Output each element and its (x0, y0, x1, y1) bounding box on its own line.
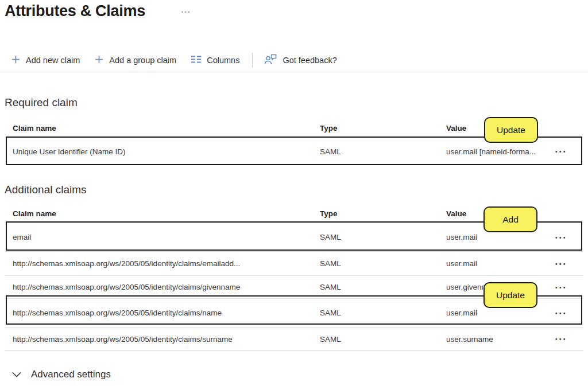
ellipsis-icon: ••• (555, 261, 567, 267)
row-menu-button[interactable]: ••• (555, 148, 583, 155)
claim-type-cell: SAML (320, 259, 446, 268)
claim-type-cell: SAML (320, 335, 446, 344)
ellipsis-icon: ••• (555, 149, 567, 155)
column-header-type[interactable]: Type (320, 209, 446, 218)
add-group-claim-button[interactable]: Add a group claim (95, 55, 176, 65)
claim-type-cell: SAML (320, 233, 446, 241)
add-new-claim-label: Add new claim (26, 56, 80, 65)
column-header-claim-name[interactable]: Claim name (5, 124, 320, 132)
column-header-claim-name[interactable]: Claim name (5, 209, 320, 218)
column-header-value[interactable]: Value (446, 124, 555, 132)
row-menu-button[interactable]: ••• (555, 260, 583, 267)
required-claims-table: Claim name Type Value Unique User Identi… (5, 118, 583, 165)
advanced-settings-label: Advanced settings (31, 369, 111, 380)
claim-value-cell: user.mail (446, 233, 555, 241)
add-new-claim-button[interactable]: Add new claim (11, 55, 80, 65)
claim-name-cell[interactable]: http://schemas.xmlsoap.org/ws/2005/05/id… (5, 283, 320, 291)
table-row-email[interactable]: email SAML user.mail ••• (5, 223, 583, 252)
claim-value-cell: user.mail (446, 259, 555, 268)
table-row-surname[interactable]: http://schemas.xmlsoap.org/ws/2005/05/id… (5, 327, 583, 351)
claim-value-cell: user.mail (446, 309, 555, 317)
ellipsis-icon: ••• (555, 310, 567, 317)
add-group-claim-label: Add a group claim (109, 56, 176, 65)
claim-type-cell: SAML (320, 309, 446, 317)
claim-name-cell[interactable]: http://schemas.xmlsoap.org/ws/2005/05/id… (5, 335, 320, 344)
ellipsis-icon: ••• (555, 336, 567, 342)
row-menu-button[interactable]: ••• (555, 310, 583, 317)
toolbar-divider (252, 53, 253, 68)
claim-name-cell[interactable]: email (5, 233, 320, 241)
claim-name-cell[interactable]: Unique User Identifier (Name ID) (5, 147, 320, 156)
claim-value-cell: user.surname (446, 335, 555, 344)
command-bar: Add new claim Add a group claim Columns (0, 48, 588, 72)
advanced-settings-expander[interactable]: Advanced settings (12, 369, 111, 380)
claim-value-cell: user.givenname (446, 283, 555, 291)
feedback-person-icon (264, 54, 277, 67)
required-claim-heading: Required claim (5, 96, 78, 109)
row-menu-button[interactable]: ••• (555, 284, 583, 291)
table-row-emailaddress[interactable]: http://schemas.xmlsoap.org/ws/2005/05/id… (5, 252, 583, 276)
title-more-icon[interactable]: ••• (181, 9, 191, 14)
additional-claims-table: Claim name Type Value email SAML user.ma… (5, 204, 583, 351)
claim-name-cell[interactable]: http://schemas.xmlsoap.org/ws/2005/05/id… (5, 259, 320, 268)
additional-claims-heading: Additional claims (5, 184, 87, 196)
claim-name-cell[interactable]: http://schemas.xmlsoap.org/ws/2005/05/id… (5, 309, 320, 317)
row-menu-button[interactable]: ••• (555, 234, 583, 241)
columns-label: Columns (207, 56, 239, 65)
columns-icon (191, 56, 201, 65)
plus-icon (95, 55, 103, 65)
got-feedback-button[interactable]: Got feedback? (264, 54, 336, 67)
ellipsis-icon: ••• (555, 284, 567, 291)
table-row-givenname[interactable]: http://schemas.xmlsoap.org/ws/2005/05/id… (5, 276, 583, 299)
column-header-type[interactable]: Type (320, 124, 446, 132)
attributes-claims-page: Attributes & Claims ••• Add new claim Ad… (0, 0, 588, 386)
got-feedback-label: Got feedback? (283, 56, 336, 65)
table-header-row: Claim name Type Value (5, 204, 583, 223)
ellipsis-icon: ••• (555, 235, 567, 241)
table-header-row: Claim name Type Value (5, 118, 583, 138)
claim-value-cell: user.mail [nameid-forma... (446, 147, 555, 156)
claim-type-cell: SAML (320, 283, 446, 291)
chevron-down-icon (12, 369, 21, 380)
columns-button[interactable]: Columns (191, 56, 239, 65)
plus-icon (11, 55, 20, 65)
table-row-name[interactable]: http://schemas.xmlsoap.org/ws/2005/05/id… (5, 299, 583, 327)
column-header-value[interactable]: Value (446, 209, 555, 218)
table-row-nameid[interactable]: Unique User Identifier (Name ID) SAML us… (5, 138, 583, 165)
claim-type-cell: SAML (320, 147, 446, 156)
row-menu-button[interactable]: ••• (555, 336, 583, 342)
page-title: Attributes & Claims (5, 2, 145, 20)
